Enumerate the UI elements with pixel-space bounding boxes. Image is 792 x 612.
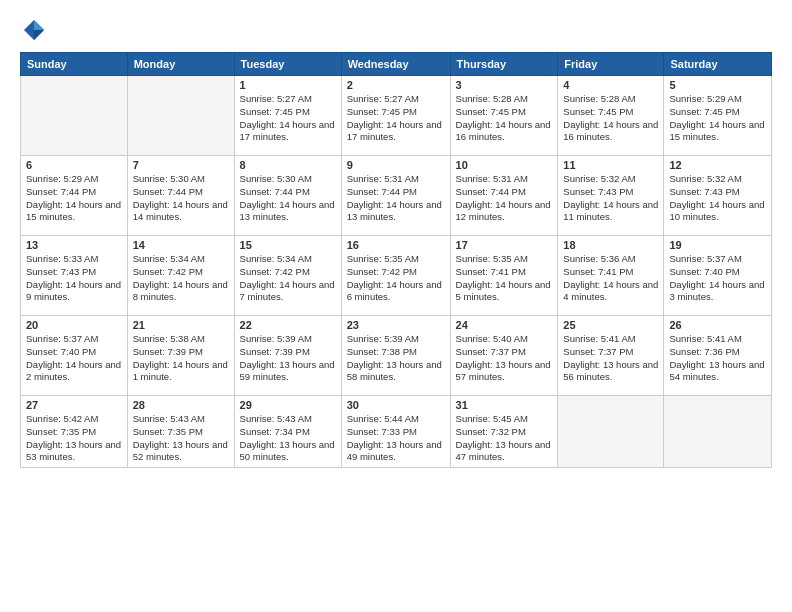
day-info: Sunrise: 5:42 AM Sunset: 7:35 PM Dayligh… (26, 413, 122, 464)
day-number: 20 (26, 319, 122, 331)
day-info: Sunrise: 5:31 AM Sunset: 7:44 PM Dayligh… (347, 173, 445, 224)
day-info: Sunrise: 5:37 AM Sunset: 7:40 PM Dayligh… (26, 333, 122, 384)
day-number: 21 (133, 319, 229, 331)
day-number: 19 (669, 239, 766, 251)
day-info: Sunrise: 5:36 AM Sunset: 7:41 PM Dayligh… (563, 253, 658, 304)
calendar-table: SundayMondayTuesdayWednesdayThursdayFrid… (20, 52, 772, 468)
day-number: 15 (240, 239, 336, 251)
day-info: Sunrise: 5:29 AM Sunset: 7:44 PM Dayligh… (26, 173, 122, 224)
day-number: 4 (563, 79, 658, 91)
day-number: 10 (456, 159, 553, 171)
day-number: 18 (563, 239, 658, 251)
calendar-header-thursday: Thursday (450, 53, 558, 76)
calendar-cell: 29Sunrise: 5:43 AM Sunset: 7:34 PM Dayli… (234, 396, 341, 468)
calendar-cell: 18Sunrise: 5:36 AM Sunset: 7:41 PM Dayli… (558, 236, 664, 316)
day-number: 3 (456, 79, 553, 91)
calendar-cell: 23Sunrise: 5:39 AM Sunset: 7:38 PM Dayli… (341, 316, 450, 396)
calendar-cell: 5Sunrise: 5:29 AM Sunset: 7:45 PM Daylig… (664, 76, 772, 156)
calendar-week-0: 1Sunrise: 5:27 AM Sunset: 7:45 PM Daylig… (21, 76, 772, 156)
day-info: Sunrise: 5:30 AM Sunset: 7:44 PM Dayligh… (240, 173, 336, 224)
day-info: Sunrise: 5:35 AM Sunset: 7:42 PM Dayligh… (347, 253, 445, 304)
calendar-cell: 25Sunrise: 5:41 AM Sunset: 7:37 PM Dayli… (558, 316, 664, 396)
day-info: Sunrise: 5:41 AM Sunset: 7:37 PM Dayligh… (563, 333, 658, 384)
day-number: 26 (669, 319, 766, 331)
calendar-cell: 2Sunrise: 5:27 AM Sunset: 7:45 PM Daylig… (341, 76, 450, 156)
day-info: Sunrise: 5:38 AM Sunset: 7:39 PM Dayligh… (133, 333, 229, 384)
day-info: Sunrise: 5:40 AM Sunset: 7:37 PM Dayligh… (456, 333, 553, 384)
calendar-header-monday: Monday (127, 53, 234, 76)
calendar-cell: 15Sunrise: 5:34 AM Sunset: 7:42 PM Dayli… (234, 236, 341, 316)
calendar-header-sunday: Sunday (21, 53, 128, 76)
calendar-cell: 7Sunrise: 5:30 AM Sunset: 7:44 PM Daylig… (127, 156, 234, 236)
calendar-header-saturday: Saturday (664, 53, 772, 76)
svg-marker-2 (34, 30, 44, 40)
calendar-cell: 28Sunrise: 5:43 AM Sunset: 7:35 PM Dayli… (127, 396, 234, 468)
calendar-cell: 4Sunrise: 5:28 AM Sunset: 7:45 PM Daylig… (558, 76, 664, 156)
calendar-header-row: SundayMondayTuesdayWednesdayThursdayFrid… (21, 53, 772, 76)
day-info: Sunrise: 5:34 AM Sunset: 7:42 PM Dayligh… (133, 253, 229, 304)
calendar-cell: 14Sunrise: 5:34 AM Sunset: 7:42 PM Dayli… (127, 236, 234, 316)
calendar-header-wednesday: Wednesday (341, 53, 450, 76)
calendar-cell: 16Sunrise: 5:35 AM Sunset: 7:42 PM Dayli… (341, 236, 450, 316)
day-number: 7 (133, 159, 229, 171)
day-info: Sunrise: 5:34 AM Sunset: 7:42 PM Dayligh… (240, 253, 336, 304)
logo (20, 16, 52, 44)
calendar-week-4: 27Sunrise: 5:42 AM Sunset: 7:35 PM Dayli… (21, 396, 772, 468)
day-info: Sunrise: 5:32 AM Sunset: 7:43 PM Dayligh… (563, 173, 658, 224)
day-number: 22 (240, 319, 336, 331)
day-info: Sunrise: 5:30 AM Sunset: 7:44 PM Dayligh… (133, 173, 229, 224)
day-number: 30 (347, 399, 445, 411)
calendar-cell: 9Sunrise: 5:31 AM Sunset: 7:44 PM Daylig… (341, 156, 450, 236)
calendar-week-2: 13Sunrise: 5:33 AM Sunset: 7:43 PM Dayli… (21, 236, 772, 316)
page: SundayMondayTuesdayWednesdayThursdayFrid… (0, 0, 792, 612)
day-info: Sunrise: 5:45 AM Sunset: 7:32 PM Dayligh… (456, 413, 553, 464)
day-info: Sunrise: 5:39 AM Sunset: 7:39 PM Dayligh… (240, 333, 336, 384)
svg-marker-1 (34, 20, 44, 30)
calendar-cell: 17Sunrise: 5:35 AM Sunset: 7:41 PM Dayli… (450, 236, 558, 316)
calendar-week-1: 6Sunrise: 5:29 AM Sunset: 7:44 PM Daylig… (21, 156, 772, 236)
calendar-cell: 19Sunrise: 5:37 AM Sunset: 7:40 PM Dayli… (664, 236, 772, 316)
header (20, 16, 772, 44)
day-number: 8 (240, 159, 336, 171)
calendar-cell: 12Sunrise: 5:32 AM Sunset: 7:43 PM Dayli… (664, 156, 772, 236)
day-info: Sunrise: 5:44 AM Sunset: 7:33 PM Dayligh… (347, 413, 445, 464)
calendar-cell (558, 396, 664, 468)
day-info: Sunrise: 5:43 AM Sunset: 7:35 PM Dayligh… (133, 413, 229, 464)
day-number: 11 (563, 159, 658, 171)
day-number: 29 (240, 399, 336, 411)
calendar-cell (21, 76, 128, 156)
day-info: Sunrise: 5:37 AM Sunset: 7:40 PM Dayligh… (669, 253, 766, 304)
calendar-header-tuesday: Tuesday (234, 53, 341, 76)
calendar-cell (664, 396, 772, 468)
calendar-cell: 30Sunrise: 5:44 AM Sunset: 7:33 PM Dayli… (341, 396, 450, 468)
calendar-cell: 21Sunrise: 5:38 AM Sunset: 7:39 PM Dayli… (127, 316, 234, 396)
day-number: 16 (347, 239, 445, 251)
day-info: Sunrise: 5:31 AM Sunset: 7:44 PM Dayligh… (456, 173, 553, 224)
logo-icon (20, 16, 48, 44)
calendar-cell: 11Sunrise: 5:32 AM Sunset: 7:43 PM Dayli… (558, 156, 664, 236)
calendar-cell: 10Sunrise: 5:31 AM Sunset: 7:44 PM Dayli… (450, 156, 558, 236)
calendar-cell: 31Sunrise: 5:45 AM Sunset: 7:32 PM Dayli… (450, 396, 558, 468)
day-info: Sunrise: 5:28 AM Sunset: 7:45 PM Dayligh… (456, 93, 553, 144)
day-info: Sunrise: 5:41 AM Sunset: 7:36 PM Dayligh… (669, 333, 766, 384)
calendar-cell: 1Sunrise: 5:27 AM Sunset: 7:45 PM Daylig… (234, 76, 341, 156)
day-info: Sunrise: 5:32 AM Sunset: 7:43 PM Dayligh… (669, 173, 766, 224)
day-info: Sunrise: 5:43 AM Sunset: 7:34 PM Dayligh… (240, 413, 336, 464)
calendar-cell: 26Sunrise: 5:41 AM Sunset: 7:36 PM Dayli… (664, 316, 772, 396)
day-info: Sunrise: 5:39 AM Sunset: 7:38 PM Dayligh… (347, 333, 445, 384)
calendar-cell: 22Sunrise: 5:39 AM Sunset: 7:39 PM Dayli… (234, 316, 341, 396)
calendar-cell: 6Sunrise: 5:29 AM Sunset: 7:44 PM Daylig… (21, 156, 128, 236)
day-number: 27 (26, 399, 122, 411)
calendar-cell (127, 76, 234, 156)
calendar-cell: 3Sunrise: 5:28 AM Sunset: 7:45 PM Daylig… (450, 76, 558, 156)
day-number: 2 (347, 79, 445, 91)
day-number: 31 (456, 399, 553, 411)
calendar-cell: 20Sunrise: 5:37 AM Sunset: 7:40 PM Dayli… (21, 316, 128, 396)
day-info: Sunrise: 5:35 AM Sunset: 7:41 PM Dayligh… (456, 253, 553, 304)
day-info: Sunrise: 5:29 AM Sunset: 7:45 PM Dayligh… (669, 93, 766, 144)
day-number: 25 (563, 319, 658, 331)
day-info: Sunrise: 5:33 AM Sunset: 7:43 PM Dayligh… (26, 253, 122, 304)
calendar-cell: 24Sunrise: 5:40 AM Sunset: 7:37 PM Dayli… (450, 316, 558, 396)
day-number: 23 (347, 319, 445, 331)
day-number: 12 (669, 159, 766, 171)
